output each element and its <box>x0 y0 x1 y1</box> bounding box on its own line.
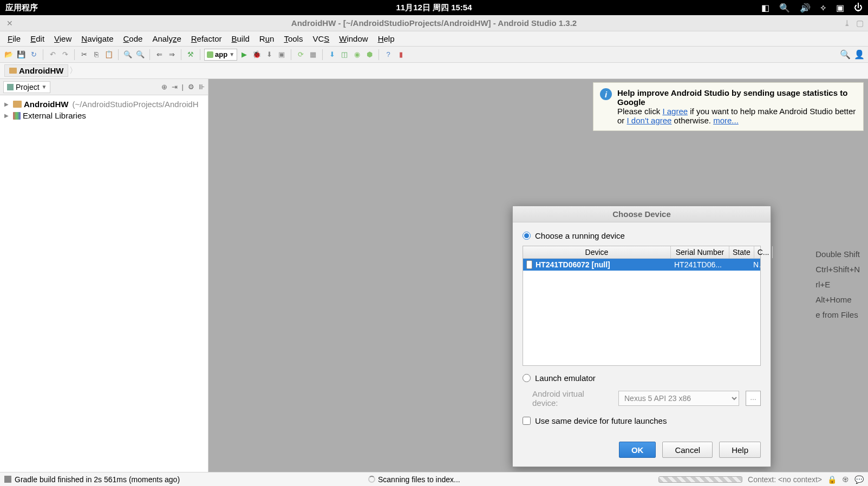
replace-icon[interactable]: 🔍 <box>135 49 146 60</box>
table-row[interactable]: HT241TD06072 [null] HT241TD06... No <box>523 259 760 271</box>
menu-build[interactable]: Build <box>227 32 253 45</box>
cell-state <box>729 259 750 271</box>
agree-link[interactable]: I agree <box>662 107 688 116</box>
menu-tools[interactable]: Tools <box>279 32 307 45</box>
status-context[interactable]: Context: <no context> <box>748 475 822 484</box>
memory-icon[interactable]: ▮ <box>395 49 406 60</box>
stop-icon[interactable]: ▣ <box>276 49 287 60</box>
user-icon[interactable]: 👤 <box>854 49 865 60</box>
choose-running-radio[interactable] <box>523 232 531 240</box>
close-icon[interactable]: ✕ <box>6 19 13 28</box>
menu-vcs[interactable]: VCS <box>308 32 334 45</box>
volume-icon[interactable]: 🔊 <box>800 3 811 13</box>
disagree-link[interactable]: I don't agree <box>627 116 672 125</box>
project-tree[interactable]: ▶ AndroidHW (~/AndroidStudioProjects/And… <box>0 95 208 124</box>
lock-icon[interactable]: 🔒 <box>827 475 837 484</box>
sdk-icon[interactable]: ⬇ <box>327 49 337 60</box>
tree-row-libs[interactable]: ▶ External Libraries <box>2 110 206 121</box>
col-compat[interactable]: C... <box>754 246 773 258</box>
debug-icon[interactable]: 🐞 <box>251 49 262 60</box>
wifi-icon[interactable]: ⟡ <box>820 3 826 12</box>
minimize-icon[interactable]: ⤓ <box>844 18 851 28</box>
col-device[interactable]: Device <box>523 246 671 258</box>
android-icon[interactable]: ◉ <box>351 49 362 60</box>
back-icon[interactable]: ⇐ <box>154 49 165 60</box>
menu-analyze[interactable]: Analyze <box>148 32 185 45</box>
menu-view[interactable]: View <box>50 32 76 45</box>
col-serial[interactable]: Serial Number <box>671 246 729 258</box>
tip-text: otherwise. <box>671 116 713 125</box>
cancel-button[interactable]: Cancel <box>662 442 713 458</box>
breadcrumb-root[interactable]: AndroidHW <box>4 64 68 77</box>
help-button[interactable]: Help <box>719 442 761 458</box>
launch-emulator-radio-row[interactable]: Launch emulator <box>523 373 761 383</box>
gear-icon[interactable]: ⚙ <box>188 83 194 91</box>
attach-icon[interactable]: ⬇ <box>264 49 275 60</box>
chat-icon[interactable]: 💬 <box>854 475 864 484</box>
col-state[interactable]: State <box>729 246 754 258</box>
avd-row: Android virtual device: Nexus 5 API 23 x… <box>523 389 761 408</box>
more-link[interactable]: more... <box>713 116 739 125</box>
search-everywhere-icon[interactable]: 🔍 <box>840 49 851 60</box>
ddms-icon[interactable]: ⬢ <box>364 49 375 60</box>
open-icon[interactable]: 📂 <box>3 49 14 60</box>
status-icon[interactable] <box>4 476 11 483</box>
nav-breadcrumb: AndroidHW 〉 <box>0 63 868 79</box>
sync-gradle-icon[interactable]: ⟳ <box>295 49 306 60</box>
menu-file[interactable]: File <box>3 32 25 45</box>
os-datetime: 11月12日 周四 15:54 <box>396 3 472 13</box>
maximize-icon[interactable]: ▢ <box>856 18 864 28</box>
choose-running-radio-row[interactable]: Choose a running device <box>523 231 761 240</box>
monitor-icon[interactable]: ◫ <box>339 49 350 60</box>
expand-icon[interactable]: ▶ <box>4 113 11 119</box>
menu-code[interactable]: Code <box>119 32 147 45</box>
avd-manage-button[interactable]: … <box>746 391 761 406</box>
scroll-icon[interactable]: ⇥ <box>172 83 178 91</box>
menu-run[interactable]: Run <box>255 32 279 45</box>
sync-icon[interactable]: ↻ <box>28 49 39 60</box>
chevron-down-icon: ▼ <box>229 51 234 57</box>
collapse-icon[interactable]: ⊕ <box>161 83 167 91</box>
avd-icon[interactable]: ▦ <box>308 49 318 60</box>
menu-edit[interactable]: Edit <box>26 32 49 45</box>
same-device-row[interactable]: Use same device for future launches <box>523 416 761 425</box>
save-icon[interactable]: 💾 <box>16 49 27 60</box>
redo-icon[interactable]: ↷ <box>60 49 70 60</box>
tree-row-project[interactable]: ▶ AndroidHW (~/AndroidStudioProjects/And… <box>2 98 206 110</box>
project-icon <box>7 84 14 90</box>
run-config-combo[interactable]: app ▼ <box>204 49 237 61</box>
power-icon[interactable]: ⏻ <box>854 3 863 12</box>
find-icon[interactable]: 🔍 <box>122 49 133 60</box>
menu-navigate[interactable]: Navigate <box>77 32 118 45</box>
launch-emulator-radio[interactable] <box>523 374 531 382</box>
help-icon[interactable]: ? <box>383 49 394 60</box>
breadcrumb-label: AndroidHW <box>19 66 63 75</box>
trash-icon[interactable]: ♼ <box>842 475 849 484</box>
accessibility-icon[interactable]: ◧ <box>761 3 769 13</box>
menu-window[interactable]: Window <box>335 32 372 45</box>
avd-select[interactable]: Nexus 5 API 23 x86 <box>618 391 739 406</box>
ok-button[interactable]: OK <box>619 442 656 458</box>
main-toolbar: 📂 💾 ↻ ↶ ↷ ✂ ⎘ 📋 🔍 🔍 ⇐ ⇒ ⚒ app ▼ ▶ 🐞 ⬇ ▣ … <box>0 47 868 63</box>
cut-icon[interactable]: ✂ <box>79 49 89 60</box>
copy-icon[interactable]: ⎘ <box>91 49 102 60</box>
project-view-combo[interactable]: Project ▼ <box>3 81 50 93</box>
indexing-progress[interactable] <box>658 476 742 483</box>
battery-icon[interactable]: ▣ <box>836 3 844 13</box>
device-table[interactable]: Device Serial Number State C... HT241TD0… <box>523 246 761 366</box>
module-icon <box>207 51 213 58</box>
expand-icon[interactable]: ▶ <box>4 101 11 107</box>
run-icon[interactable]: ▶ <box>239 49 250 60</box>
menu-refactor[interactable]: Refactor <box>187 32 226 45</box>
apps-menu[interactable]: 应用程序 <box>5 3 38 13</box>
menu-help[interactable]: Help <box>374 32 399 45</box>
undo-icon[interactable]: ↶ <box>47 49 58 60</box>
make-icon[interactable]: ⚒ <box>185 49 196 60</box>
forward-icon[interactable]: ⇒ <box>166 49 177 60</box>
dialog-buttons: OK Cancel Help <box>513 436 771 467</box>
hide-icon[interactable]: ⊪ <box>199 83 205 91</box>
usage-stats-tip: i Help improve Android Studio by sending… <box>593 82 864 131</box>
paste-icon[interactable]: 📋 <box>103 49 114 60</box>
same-device-checkbox[interactable] <box>523 417 531 425</box>
search-icon[interactable]: 🔍 <box>779 3 790 13</box>
